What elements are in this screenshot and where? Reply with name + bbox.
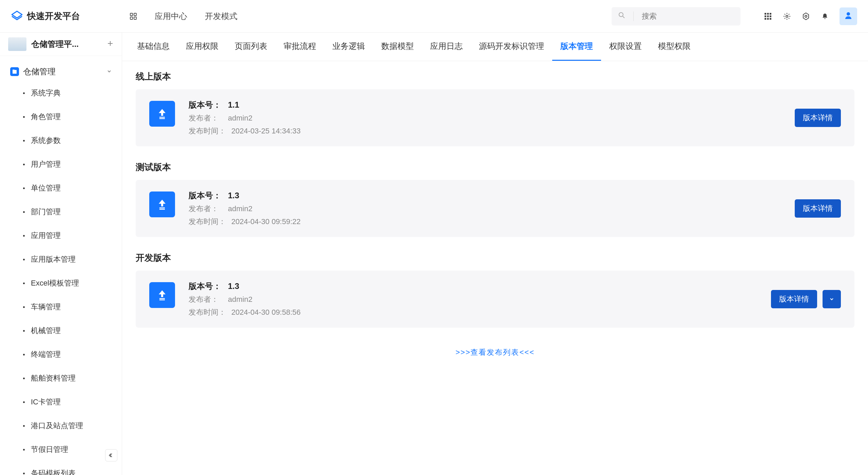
bullet-icon [23,282,25,284]
sidebar-item[interactable]: 船舶资料管理 [10,366,122,390]
section-title-online: 线上版本 [136,71,854,83]
tab[interactable]: 数据模型 [373,33,422,61]
bullet-icon [23,473,25,474]
sidebar-item[interactable]: 应用管理 [10,224,122,248]
tab[interactable]: 版本管理 [552,33,601,61]
bullet-icon [23,449,25,451]
sidebar-item[interactable]: 部门管理 [10,200,122,224]
sidebar-item-label: 应用管理 [31,231,61,241]
bullet-icon [23,92,25,94]
time-label: 发布时间： [189,126,226,136]
tree-children: 系统字典角色管理系统参数用户管理单位管理部门管理应用管理应用版本管理Excel模… [0,81,122,475]
svg-rect-14 [770,18,771,20]
publisher-label: 发布者： [189,294,223,305]
header-icons [764,7,857,25]
logo-icon [11,10,23,22]
sidebar-item-label: 机械管理 [31,326,61,336]
sidebar-item-label: Excel模板管理 [31,278,79,288]
apps-icon[interactable] [130,13,137,20]
nav-dev-mode[interactable]: 开发模式 [205,11,237,22]
bullet-icon [23,164,25,165]
sidebar-item[interactable]: 条码模板列表 [10,461,122,475]
svg-rect-10 [767,15,769,17]
tab[interactable]: 业务逻辑 [324,33,373,61]
tab[interactable]: 应用权限 [178,33,227,61]
sidebar-item[interactable]: 车辆管理 [10,295,122,319]
tab[interactable]: 权限设置 [601,33,650,61]
svg-point-4 [619,13,623,17]
version-detail-button[interactable]: 版本详情 [771,290,817,308]
tab[interactable]: 模型权限 [650,33,699,61]
version-actions: 版本详情 [795,199,841,218]
publisher-value: admin2 [228,295,252,304]
upload-icon [149,101,175,127]
sidebar-item[interactable]: 用户管理 [10,152,122,176]
logo-section: 快速开发平台 [11,10,123,22]
sidebar-item-label: 车辆管理 [31,302,61,312]
bullet-icon [23,235,25,237]
section-title-test: 测试版本 [136,161,854,173]
version-detail-button[interactable]: 版本详情 [795,199,841,218]
sidebar-item-label: 条码模板列表 [31,468,76,475]
svg-rect-7 [767,13,769,15]
user-icon [844,11,853,22]
time-label: 发布时间： [189,307,226,317]
search-box[interactable] [612,7,740,25]
logo-text: 快速开发平台 [27,10,80,22]
time-label: 发布时间： [189,217,226,227]
tab[interactable]: 源码开发标识管理 [471,33,552,61]
svg-point-16 [805,15,807,17]
tab[interactable]: 审批流程 [275,33,324,61]
sidebar-item[interactable]: Excel模板管理 [10,271,122,295]
version-value: 1.3 [228,281,239,291]
sidebar-item[interactable]: 角色管理 [10,105,122,129]
version-label: 版本号： [189,99,223,110]
grid-icon[interactable] [764,12,772,21]
bullet-icon [23,140,25,142]
sidebar-item[interactable]: 系统字典 [10,81,122,105]
svg-rect-24 [159,207,165,208]
tree-parent[interactable]: 仓储管理 [0,62,122,81]
sidebar-item[interactable]: 终端管理 [10,343,122,366]
sidebar-tree: 仓储管理 系统字典角色管理系统参数用户管理单位管理部门管理应用管理应用版本管理E… [0,56,122,475]
sidebar-item[interactable]: 港口及站点管理 [10,414,122,438]
chevron-down-icon [107,69,112,75]
sidebar-item-label: 终端管理 [31,349,61,360]
collapse-sidebar-button[interactable] [105,449,117,461]
tab[interactable]: 页面列表 [227,33,275,61]
bell-icon[interactable] [821,12,829,21]
version-info: 版本号： 1.3 发布者： admin2 发布时间： 2024-04-30 09… [189,281,757,317]
publisher-label: 发布者： [189,113,223,123]
svg-rect-1 [134,13,136,16]
settings-hex-icon[interactable] [802,12,810,21]
nav-app-center[interactable]: 应用中心 [155,11,187,22]
tab[interactable]: 应用日志 [422,33,471,61]
svg-rect-3 [134,17,136,19]
sidebar-item-label: 船舶资料管理 [31,373,76,383]
search-input[interactable] [642,12,734,21]
bullet-icon [23,354,25,355]
avatar[interactable] [840,7,857,25]
sidebar-item[interactable]: 应用版本管理 [10,248,122,271]
sidebar-item[interactable]: 系统参数 [10,129,122,152]
sidebar-item[interactable]: 机械管理 [10,319,122,343]
tab[interactable]: 基础信息 [129,33,178,61]
version-label: 版本号： [189,190,223,201]
version-actions: 版本详情 [795,109,841,127]
svg-rect-27 [159,299,165,300]
sidebar-item[interactable]: 单位管理 [10,176,122,200]
sidebar-item[interactable]: IC卡管理 [10,390,122,414]
svg-line-5 [623,16,624,18]
publisher-value: admin2 [228,204,252,213]
version-detail-button[interactable]: 版本详情 [795,109,841,127]
gear-icon[interactable] [783,12,791,21]
release-list-link[interactable]: >>>查看发布列表<<< [136,343,854,362]
version-value: 1.1 [228,100,239,110]
sidebar-item-label: 用户管理 [31,159,61,169]
svg-point-17 [847,12,850,16]
header-right [612,7,857,25]
bullet-icon [23,211,25,213]
content: 线上版本 版本号： 1.1 发布者： admin2 [122,61,868,475]
version-dropdown-button[interactable] [823,290,841,308]
project-add-icon[interactable] [107,39,114,49]
